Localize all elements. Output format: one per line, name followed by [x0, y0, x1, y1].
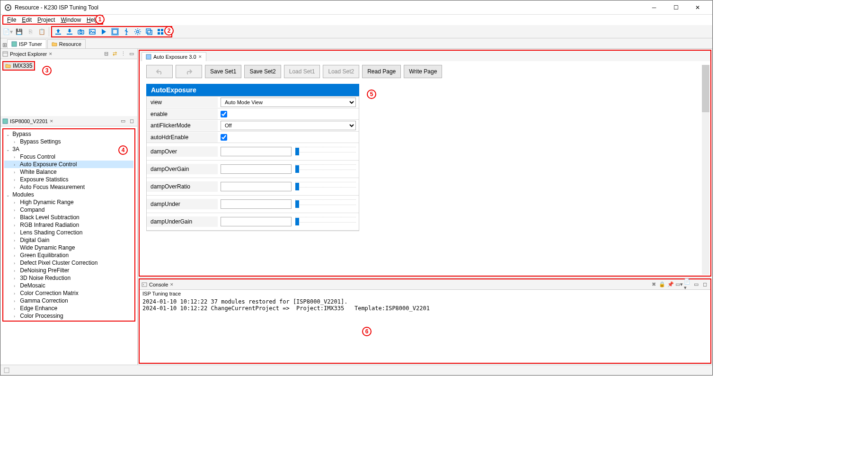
menu-icon[interactable]: ⋮: [119, 50, 127, 58]
upload-icon[interactable]: [53, 27, 63, 37]
read-page-button[interactable]: Read Page: [362, 65, 401, 78]
tree-node[interactable]: › Bypass Settings: [4, 138, 133, 145]
minimize-button[interactable]: ─: [643, 0, 665, 15]
tree-node[interactable]: › Color Correction Matrix: [4, 289, 133, 297]
tree-node[interactable]: ⌄ Bypass: [4, 130, 133, 138]
new-console-icon[interactable]: 📄▾: [684, 281, 691, 288]
max-icon[interactable]: ◻: [701, 281, 709, 288]
tree-node[interactable]: › Wide Dynamic Range: [4, 244, 133, 251]
pin-icon[interactable]: 📌: [667, 281, 674, 288]
editor-tab[interactable]: Auto Exposure 3.0 ✕: [142, 52, 206, 61]
min-icon[interactable]: ▭: [692, 281, 700, 288]
write-page-button[interactable]: Write Page: [404, 65, 442, 78]
tree-node[interactable]: › Edge Enhance: [4, 305, 133, 312]
maximize-button[interactable]: ☐: [665, 0, 687, 15]
project-item[interactable]: IMX335: [2, 61, 35, 71]
section-header: AutoExposure: [146, 84, 359, 96]
close-icon[interactable]: ✕: [198, 54, 202, 59]
menu-edit[interactable]: Edit: [19, 16, 35, 24]
tab-resource[interactable]: Resource: [47, 39, 86, 48]
console-body[interactable]: 2024-01-10 10:12:22 37 modules restored …: [140, 297, 710, 363]
camera-icon[interactable]: [76, 27, 86, 37]
tree-node[interactable]: › Gamma Correction: [4, 297, 133, 305]
link-icon[interactable]: ⇄: [111, 50, 118, 58]
tree-node[interactable]: ⌄ 3A: [4, 145, 133, 153]
play-icon[interactable]: [98, 27, 109, 37]
save-set1-button[interactable]: Save Set1: [205, 65, 241, 78]
explorer-icon: [2, 51, 8, 57]
perspective-tabs: ⊞ ISP Tuner Resource: [0, 38, 712, 49]
editor-scrollbar[interactable]: [702, 65, 709, 275]
saveall-icon[interactable]: ⎘: [25, 27, 35, 37]
tree-node[interactable]: › Auto Focus Measurement: [4, 183, 133, 191]
tree-node[interactable]: › 3D Noise Reduction: [4, 274, 133, 282]
tree-node[interactable]: › Exposure Statistics: [4, 176, 133, 183]
gear-icon[interactable]: [133, 27, 143, 37]
param-dampoverratio-input[interactable]: [221, 182, 292, 191]
load-set1-button[interactable]: Load Set1: [284, 65, 320, 78]
tree-node[interactable]: › DeNoising PreFilter: [4, 267, 133, 274]
tree-node[interactable]: › Auto Exposure Control: [4, 161, 133, 168]
clear-icon[interactable]: ✖: [650, 281, 657, 288]
min-icon[interactable]: ▭: [128, 50, 135, 58]
titlebar: Resource - K230 ISP Tuning Tool ─ ☐ ✕: [0, 0, 712, 15]
param-autohdr-label: autoHdrEnable: [147, 132, 218, 143]
max-icon[interactable]: ◻: [128, 117, 135, 125]
tree-node[interactable]: › Compand: [4, 206, 133, 214]
param-autohdr-checkbox[interactable]: [221, 134, 227, 141]
menu-file[interactable]: File: [4, 16, 19, 24]
menubar: File Edit Project Window Help 1: [0, 15, 712, 25]
close-icon[interactable]: ✕: [50, 119, 53, 124]
param-dampover-slider[interactable]: [295, 147, 356, 156]
tree-node[interactable]: › Lens Shading Correction: [4, 229, 133, 236]
param-dampundergain-input[interactable]: [221, 217, 292, 226]
load-set2-button[interactable]: Load Set2: [323, 65, 359, 78]
tab-isp-tuner[interactable]: ISP Tuner: [7, 39, 46, 48]
tree-node[interactable]: › Defect Pixel Cluster Correction: [4, 259, 133, 267]
display-icon[interactable]: ▭▾: [675, 281, 683, 288]
undo-button[interactable]: [146, 65, 173, 78]
param-dampovergain-slider[interactable]: [295, 164, 356, 174]
close-icon[interactable]: ✕: [49, 52, 53, 56]
tree-node[interactable]: › Color Processing: [4, 312, 133, 320]
param-dampunder-input[interactable]: [221, 199, 292, 209]
param-dampoverratio-slider[interactable]: [295, 182, 356, 191]
save-set2-button[interactable]: Save Set2: [244, 65, 281, 78]
tree-node[interactable]: › DeMosaic: [4, 282, 133, 289]
tree-node[interactable]: › Black Level Subtraction: [4, 214, 133, 221]
param-enable-checkbox[interactable]: [221, 111, 227, 117]
menu-project[interactable]: Project: [35, 16, 58, 24]
image-icon[interactable]: [87, 27, 97, 37]
isp-panel: ISP8000_V2201 ✕ ▭ ◻ ⌄ Bypass› Bypass Set…: [0, 116, 137, 365]
param-antiflicker-select[interactable]: Off: [221, 121, 356, 130]
close-icon[interactable]: ✕: [170, 282, 174, 287]
lock-icon[interactable]: 🔒: [658, 281, 666, 288]
redo-button[interactable]: [176, 65, 202, 78]
param-dampunder-slider[interactable]: [295, 199, 356, 209]
param-dampundergain-slider[interactable]: [295, 217, 356, 226]
tree-node[interactable]: › Focus Control: [4, 153, 133, 161]
window-icon[interactable]: [144, 27, 154, 37]
window-title: Resource - K230 ISP Tuning Tool: [15, 4, 643, 11]
tree-node[interactable]: › Digital Gain: [4, 236, 133, 244]
save-icon[interactable]: 💾: [14, 27, 24, 37]
param-view-select[interactable]: Auto Mode View: [221, 98, 356, 107]
perspective-switcher-icon[interactable]: ⊞: [2, 42, 7, 48]
download-icon[interactable]: [64, 27, 75, 37]
copy-icon[interactable]: 📋: [36, 27, 47, 37]
tree-node[interactable]: › High Dynamic Range: [4, 198, 133, 206]
menu-window[interactable]: Window: [58, 16, 84, 24]
usb-icon[interactable]: [121, 27, 132, 37]
close-button[interactable]: ✕: [687, 0, 709, 15]
collapse-icon[interactable]: ⊟: [102, 50, 110, 58]
tree-node[interactable]: › White Balance: [4, 168, 133, 176]
capture-icon[interactable]: [110, 27, 120, 37]
annotation-5: 5: [367, 90, 376, 99]
param-dampover-input[interactable]: [221, 147, 292, 156]
tree-node[interactable]: › Green Equilibration: [4, 251, 133, 259]
tree-node[interactable]: ⌄ Modules: [4, 191, 133, 198]
tree-node[interactable]: › RGB Infrared Radiation: [4, 221, 133, 229]
min-icon[interactable]: ▭: [119, 117, 127, 125]
param-dampovergain-input[interactable]: [221, 164, 292, 174]
new-icon[interactable]: 📄▾: [2, 27, 13, 37]
